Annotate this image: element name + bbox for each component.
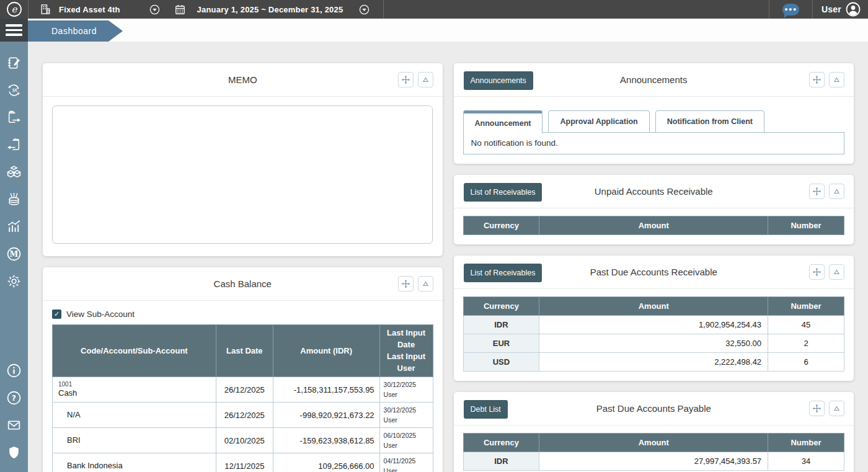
memo-input[interactable] — [52, 105, 433, 244]
col-amount: Amount — [539, 216, 768, 235]
sidebar-item-info[interactable] — [0, 357, 28, 384]
view-sub-account-label: View Sub-Account — [66, 309, 135, 319]
move-panel-button[interactable] — [809, 72, 825, 87]
move-panel-button[interactable] — [809, 184, 825, 199]
messages-button[interactable]: ●●● — [782, 4, 799, 16]
collapse-panel-button[interactable] — [829, 264, 844, 280]
past-due-receivable-title: Past Due Accounts Receivable — [454, 256, 854, 289]
amount-cell: 109,256,666.00 — [273, 453, 379, 472]
topbar-separator — [769, 0, 769, 19]
tab-dashboard[interactable]: Dashboard — [28, 20, 123, 42]
col-number: Number — [768, 216, 844, 235]
announcements-title: Announcements — [454, 63, 854, 97]
sidebar-item-security[interactable] — [0, 439, 28, 466]
settings-gear-icon — [6, 274, 22, 289]
logo-icon: e — [6, 1, 22, 17]
col-last-input: Last Input Date Last Input User — [379, 325, 433, 377]
account-name: Bank Indonesia — [58, 461, 216, 471]
announcements-panel-header: Announcements Announcements — [454, 63, 854, 97]
unpaid-receivable-table: Currency Amount Number — [463, 216, 845, 235]
document-out-icon — [6, 110, 22, 125]
collapse-triangle-icon — [422, 76, 430, 84]
cash-balance-panel-header: Cash Balance — [43, 267, 443, 301]
menu-icon — [6, 24, 22, 27]
main-content: MEMO — [28, 42, 868, 472]
past-due-receivable-panel-header: List of Receivables Past Due Accounts Re… — [454, 256, 854, 289]
move-icon — [812, 267, 822, 277]
move-icon — [812, 187, 822, 196]
period-range: January 1, 2025 ~ December 31, 2025 — [197, 5, 343, 14]
move-icon — [812, 75, 822, 84]
chevron-down-circle-icon — [359, 4, 370, 15]
table-row: USD 2,222,498.42 6 — [463, 353, 844, 372]
menu-button[interactable] — [0, 19, 28, 42]
collapse-panel-button[interactable] — [418, 276, 433, 292]
table-header-row: Currency Amount Number — [463, 216, 844, 235]
move-panel-button[interactable] — [809, 264, 825, 280]
sidebar-item-manufacture[interactable]: M — [0, 240, 28, 267]
cash-balance-table: Code/Account/Sub-Account Last Date Amoun… — [52, 324, 433, 472]
user-label: User — [822, 4, 841, 14]
sidebar-item-assets[interactable] — [0, 185, 28, 213]
sidebar-item-help[interactable]: ? — [0, 384, 28, 411]
move-icon — [401, 279, 410, 288]
view-sub-account-checkbox[interactable] — [52, 309, 61, 319]
period-dropdown-button[interactable] — [359, 4, 370, 15]
last-input-user: User — [384, 442, 397, 449]
sidebar-item-settings[interactable] — [0, 267, 28, 295]
cash-balance-title: Cash Balance — [43, 267, 443, 301]
account-name: Cash — [58, 388, 216, 399]
sidebar-item-currency-exchange[interactable]: $ € — [0, 76, 28, 104]
table-header-row: Code/Account/Sub-Account Last Date Amoun… — [53, 325, 433, 377]
currency-exchange-icon: $ € — [6, 82, 22, 98]
amount-cell: 2,222,498.42 — [539, 353, 768, 372]
last-input-date: 30/12/2025 — [384, 406, 417, 414]
col-currency: Currency — [463, 216, 539, 235]
company-dropdown-button[interactable] — [149, 4, 160, 15]
tab-notification-from-client[interactable]: Notification from Client — [655, 110, 764, 133]
unpaid-receivable-title: Unpaid Accounts Receivable — [454, 175, 854, 208]
move-panel-button[interactable] — [398, 72, 414, 87]
last-input-user: User — [384, 391, 397, 398]
sidebar-item-mail[interactable] — [0, 411, 28, 439]
inventory-boxes-icon — [6, 164, 22, 180]
tab-approval-application[interactable]: Approval Application — [548, 110, 649, 133]
svg-text:M: M — [10, 249, 19, 259]
table-row: N/A 26/12/2025 -998,920,921,673.22 30/12… — [53, 403, 433, 428]
ellipsis-icon: ●●● — [784, 7, 797, 12]
sidebar-item-statistics[interactable] — [0, 213, 28, 240]
sidebar-item-purchase[interactable] — [0, 131, 28, 158]
table-row: EUR 32,550.00 2 — [463, 334, 844, 353]
collapse-panel-button[interactable] — [829, 184, 844, 199]
currency-cell: USD — [463, 353, 539, 372]
collapse-triangle-icon — [833, 76, 841, 84]
collapse-panel-button[interactable] — [829, 401, 844, 416]
number-cell: 45 — [768, 316, 844, 334]
last-input-date: 30/12/2025 — [384, 381, 417, 388]
info-icon — [6, 363, 22, 378]
col-amount: Amount — [539, 434, 768, 452]
last-input-user: User — [384, 416, 397, 424]
unpaid-receivable-panel-header: List of Receivables Unpaid Accounts Rece… — [454, 175, 854, 208]
account-name: BRI — [58, 435, 216, 446]
collapse-panel-button[interactable] — [418, 72, 433, 87]
col-amount: Amount — [539, 297, 768, 316]
topbar: e Fixed Asset 4th — [0, 0, 868, 19]
sidebar-item-sales[interactable] — [0, 104, 28, 131]
user-avatar-icon — [846, 2, 861, 17]
m-circle-icon: M — [6, 246, 22, 262]
sidebar-item-journal[interactable] — [0, 49, 28, 76]
collapse-panel-button[interactable] — [829, 72, 844, 87]
col-number: Number — [768, 297, 844, 316]
past-due-payable-table: Currency Amount Number IDR 27,997,454,39… — [463, 433, 845, 471]
move-panel-button[interactable] — [809, 401, 825, 416]
collapse-triangle-icon — [833, 187, 841, 195]
sidebar-item-inventory[interactable] — [0, 158, 28, 185]
sidebar: $ € — [0, 19, 28, 472]
view-sub-account-toggle[interactable]: View Sub-Account — [52, 309, 433, 319]
currency-cell: EUR — [463, 334, 539, 353]
tab-announcement[interactable]: Announcement — [463, 110, 543, 133]
user-menu-button[interactable] — [846, 2, 861, 17]
chart-stats-icon — [6, 219, 22, 234]
move-panel-button[interactable] — [398, 276, 414, 292]
